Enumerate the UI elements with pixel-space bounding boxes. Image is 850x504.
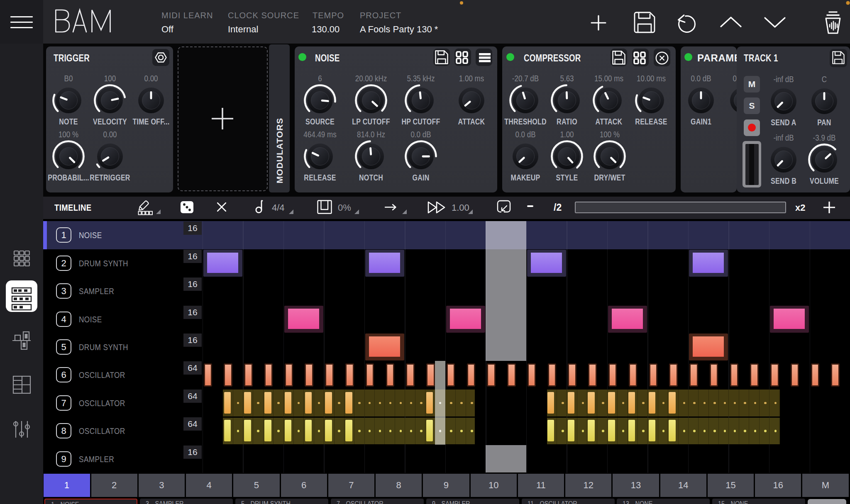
- svg-text:MODULATORS: MODULATORS: [275, 118, 284, 184]
